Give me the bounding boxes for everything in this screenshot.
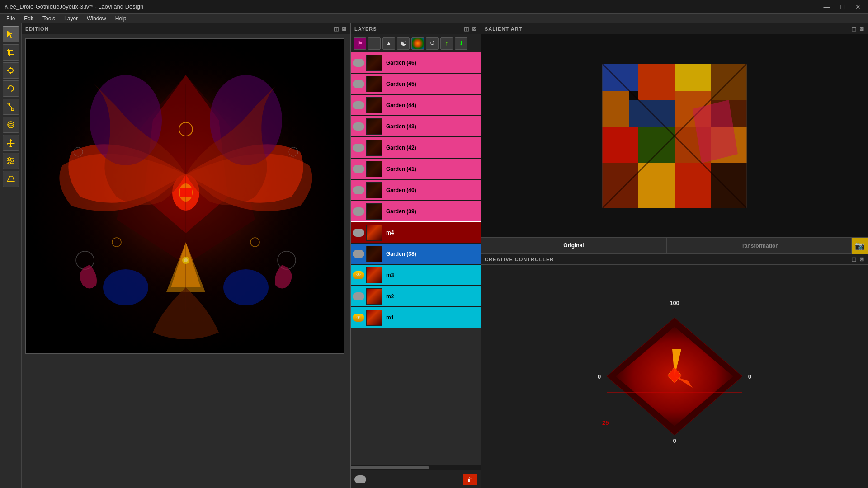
svg-point-33: [223, 269, 269, 305]
controller-widget[interactable]: 100 0 0 0 25: [598, 300, 751, 453]
adjust-tool[interactable]: [3, 153, 19, 169]
layers-title: LAYERS: [354, 26, 377, 32]
layer-thumb-m4: [366, 225, 382, 241]
layers-icon-2[interactable]: ⊠: [472, 26, 477, 32]
salient-panel: SALIENT ART ◫ ⊠: [481, 23, 868, 254]
layer-m4[interactable]: m4: [351, 222, 481, 244]
left-toolbar: [0, 23, 22, 488]
close-button[interactable]: ✕: [853, 2, 863, 11]
layer-vis-42[interactable]: [353, 144, 364, 152]
layer-garden-43[interactable]: Garden (43): [351, 116, 481, 137]
erase-tool[interactable]: [3, 171, 19, 187]
layer-garden-45[interactable]: Garden (45): [351, 74, 481, 95]
main-area: EDITION ◫ ⊠: [22, 23, 868, 488]
layer-vis-38[interactable]: [353, 250, 364, 258]
menu-edit[interactable]: Edit: [19, 14, 38, 23]
menu-tools[interactable]: Tools: [38, 14, 60, 23]
select-tool[interactable]: [3, 26, 19, 42]
edition-icon-1[interactable]: ◫: [334, 26, 339, 32]
layer-garden-38[interactable]: Garden (38): [351, 244, 481, 265]
layer-garden-44[interactable]: Garden (44): [351, 95, 481, 116]
svg-marker-0: [7, 31, 13, 38]
layer-rotate-btn[interactable]: ↺: [426, 37, 439, 50]
rotate-tool[interactable]: [3, 80, 19, 97]
layer-m2[interactable]: m2: [351, 286, 481, 307]
layers-bottom: 🗑: [351, 470, 481, 488]
salient-content: [481, 34, 868, 237]
layer-label-40: Garden (40): [384, 187, 479, 193]
svg-point-5: [9, 68, 13, 73]
move-tool[interactable]: [3, 135, 19, 151]
layers-list[interactable]: Garden (46) Garden (45) Garden (44) Gard…: [351, 52, 481, 465]
layer-yin-btn[interactable]: ☯: [397, 37, 410, 50]
layer-flag-btn[interactable]: ⚑: [354, 37, 366, 50]
svg-point-19: [8, 162, 10, 164]
layer-vis-45[interactable]: [353, 80, 364, 88]
layer-circle-btn[interactable]: [411, 37, 424, 50]
layer-garden-39[interactable]: Garden (39): [351, 201, 481, 222]
salient-art-preview: [602, 64, 747, 208]
layer-vis-39[interactable]: [353, 207, 364, 216]
layer-garden-42[interactable]: Garden (42): [351, 137, 481, 159]
salient-icon-2[interactable]: ⊠: [859, 26, 864, 32]
layers-header-icons: ◫ ⊠: [464, 26, 477, 32]
layer-label-38: Garden (38): [384, 251, 479, 257]
menu-file[interactable]: File: [2, 14, 19, 23]
crop-tool[interactable]: [3, 44, 19, 61]
creative-panel: CREATIVE CONTROLLER ◫ ⊠ 100 0 0 0 25: [481, 254, 868, 488]
maximize-button[interactable]: □: [838, 2, 847, 11]
layer-vis-m3[interactable]: 👁: [353, 271, 364, 279]
svg-rect-54: [602, 127, 638, 163]
layers-panel: LAYERS ◫ ⊠ ⚑ □ ▲ ☯ ↺ ↑ ⬇ Garden (46): [351, 23, 481, 488]
layer-garden-41[interactable]: Garden (41): [351, 159, 481, 180]
layer-vis-46[interactable]: [353, 59, 364, 67]
layers-bottom-vis[interactable]: [354, 475, 366, 483]
svg-rect-55: [638, 127, 675, 163]
svg-point-40: [184, 258, 188, 262]
transform-tool[interactable]: [3, 62, 19, 79]
layer-vis-m4[interactable]: [353, 229, 364, 237]
layer-vis-44[interactable]: [353, 101, 364, 109]
layer-vis-m2[interactable]: [353, 292, 364, 300]
svg-marker-13: [7, 139, 15, 147]
layer-vis-40[interactable]: [353, 186, 364, 194]
layer-garden-46[interactable]: Garden (46): [351, 52, 481, 74]
menu-bar: File Edit Tools Layer Window Help: [0, 14, 868, 23]
minimize-button[interactable]: —: [821, 2, 833, 11]
svg-rect-38: [180, 188, 192, 197]
layer-vis-m1[interactable]: 👁: [353, 314, 364, 322]
edition-icon-2[interactable]: ⊠: [342, 26, 347, 32]
ctrl-label-top: 100: [670, 300, 679, 306]
menu-layer[interactable]: Layer: [60, 14, 82, 23]
layer-up-btn[interactable]: ▲: [382, 37, 395, 50]
svg-rect-61: [711, 163, 747, 208]
tab-original[interactable]: Original: [481, 238, 666, 253]
layer-raise-btn[interactable]: ↑: [440, 37, 453, 50]
warp-tool[interactable]: [3, 117, 19, 133]
layer-vis-43[interactable]: [353, 122, 364, 131]
tab-transformation[interactable]: Transformation: [666, 238, 852, 253]
layer-lower-btn[interactable]: ⬇: [455, 37, 467, 50]
app-title: Klee_Drole-GothiqueJoyeux-3.lvf* - Laovi…: [5, 3, 143, 10]
canvas-area[interactable]: [25, 38, 344, 354]
camera-button[interactable]: 📷: [852, 238, 868, 254]
layer-vis-41[interactable]: [353, 165, 364, 173]
creative-icon-1[interactable]: ◫: [851, 256, 857, 263]
layer-garden-40[interactable]: Garden (40): [351, 180, 481, 201]
salient-tabs: Original Transformation 📷: [481, 237, 868, 253]
layer-new-btn[interactable]: □: [368, 37, 381, 50]
layer-m1[interactable]: 👁 m1: [351, 307, 481, 328]
svg-rect-58: [602, 163, 638, 208]
menu-window[interactable]: Window: [82, 14, 111, 23]
menu-help[interactable]: Help: [111, 14, 131, 23]
edition-header: EDITION ◫ ⊠: [22, 23, 350, 34]
delete-layer-button[interactable]: 🗑: [463, 474, 477, 485]
layers-h-scrollbar[interactable]: [351, 465, 481, 470]
svg-rect-50: [602, 91, 629, 127]
salient-icon-1[interactable]: ◫: [851, 26, 857, 32]
svg-point-18: [11, 160, 13, 162]
layer-m3[interactable]: 👁 m3: [351, 265, 481, 286]
layers-icon-1[interactable]: ◫: [464, 26, 469, 32]
scale-tool[interactable]: [3, 99, 19, 115]
creative-icon-2[interactable]: ⊠: [859, 256, 864, 263]
